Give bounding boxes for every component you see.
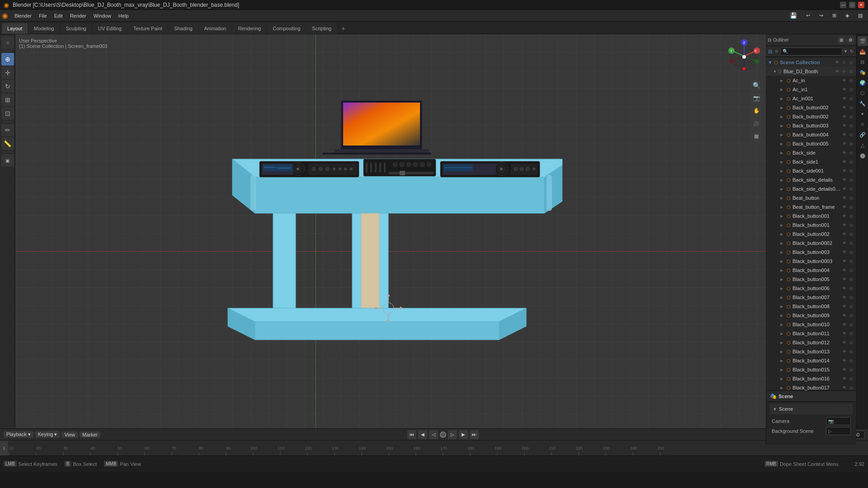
data-icon[interactable]: △ [858, 140, 868, 150]
vis-btn[interactable]: 👁 [841, 258, 847, 264]
particles-icon[interactable]: ✦ [858, 109, 868, 119]
tree-item-black_button004[interactable]: ▶⬡Black_button004👁◎ [766, 266, 856, 275]
tree-item-back_side_details002[interactable]: ▶⬡Back_side_details002👁◎ [766, 184, 856, 193]
tree-item-black_button002[interactable]: ▶⬡Black_button002👁◎ [766, 230, 856, 239]
vis-btn[interactable]: 👁 [841, 131, 847, 138]
render-btn[interactable]: ◎ [848, 150, 854, 156]
vis-btn[interactable]: 👁 [841, 122, 847, 129]
render-btn[interactable]: ◎ [848, 231, 854, 237]
tree-item-back_button003[interactable]: ▶⬡Back_button003👁◎ [766, 121, 856, 130]
constraints-icon[interactable]: 🔗 [858, 130, 868, 140]
tree-item-black_button007[interactable]: ▶⬡Black_button007👁◎ [766, 293, 856, 302]
minimize-button[interactable]: — [840, 2, 846, 8]
tree-item-back_side[interactable]: ▶⬡Back_side👁◎ [766, 148, 856, 157]
jump-end-btn[interactable]: ⏭ [470, 430, 479, 439]
camera-value[interactable]: 📷 [826, 417, 851, 425]
output-props-icon[interactable]: 📤 [858, 47, 868, 56]
tree-item-back_side1[interactable]: ▶⬡Back_side1👁◎ [766, 157, 856, 166]
vis-btn[interactable]: 👁 [841, 312, 847, 319]
jump-start-btn[interactable]: ⏮ [407, 430, 416, 439]
vis-btn[interactable]: 👁 [841, 213, 847, 219]
render-props-icon[interactable]: 🎬 [858, 36, 868, 46]
render-btn[interactable]: ◎ [848, 321, 854, 328]
render-btn[interactable]: ◎ [848, 222, 854, 228]
playback-btn[interactable]: Playback ▾ [4, 431, 33, 438]
menu-blender[interactable]: Blender [11, 11, 35, 20]
theme-icon[interactable]: ◈ [842, 11, 853, 20]
play-reverse-btn[interactable]: ◁ [429, 430, 438, 439]
render-btn[interactable]: ◎ [848, 213, 854, 219]
play-btn[interactable]: ▷ [448, 430, 457, 439]
vis-btn[interactable]: 👁 [841, 366, 847, 373]
tree-item-black_button014[interactable]: ▶⬡Black_button014👁◎ [766, 356, 856, 365]
tab-scripting[interactable]: Scripting [307, 23, 337, 34]
outliner-settings-btn[interactable]: ⚙ [846, 36, 854, 44]
render-icon[interactable]: ◎ [848, 59, 854, 66]
sidebar-toggle-icon[interactable]: ▤ [854, 11, 866, 20]
render-btn[interactable]: ◎ [848, 294, 854, 300]
render-btn[interactable]: ◎ [848, 159, 854, 165]
vis-btn[interactable]: 👁 [841, 321, 847, 328]
scene-content[interactable] [15, 34, 766, 428]
world-props-icon[interactable]: 🌍 [858, 78, 868, 88]
tree-item-black_button010[interactable]: ▶⬡Black_button010👁◎ [766, 320, 856, 329]
close-button[interactable]: ✕ [858, 2, 864, 8]
render-btn[interactable]: ◎ [848, 186, 854, 192]
tree-item-ac_in[interactable]: ▶⬡Ac_in👁◎ [766, 76, 856, 85]
vis-btn[interactable]: 👁 [841, 231, 847, 237]
render-btn[interactable]: ◎ [848, 267, 854, 273]
tree-item-ac_in1[interactable]: ▶⬡Ac_in1👁◎ [766, 85, 856, 94]
vis-btn[interactable]: 👁 [841, 294, 847, 300]
filter-icon[interactable]: ▤ [768, 48, 773, 55]
tab-animation[interactable]: Animation [199, 23, 232, 34]
render-btn[interactable]: ◎ [848, 131, 854, 138]
undo-icon[interactable]: ↩ [802, 11, 814, 20]
tab-shading[interactable]: Shading [169, 23, 198, 34]
keying-btn[interactable]: Keying ▾ [35, 431, 60, 438]
zoom-camera-gizmo[interactable]: 📷 [750, 92, 762, 104]
render-btn[interactable]: ◎ [848, 77, 854, 84]
render-btn[interactable]: ◎ [848, 104, 854, 111]
tree-item-ac_in001[interactable]: ▶⬡Ac_in001👁◎ [766, 94, 856, 103]
render-btn[interactable]: ◎ [848, 276, 854, 282]
tab-compositing[interactable]: Compositing [267, 23, 306, 34]
vis-btn[interactable]: 👁 [841, 141, 847, 147]
tab-texture-paint[interactable]: Texture Paint [128, 23, 168, 34]
tree-item-black_button006[interactable]: ▶⬡Black_button006👁◎ [766, 284, 856, 293]
pan-gizmo[interactable]: ✋ [750, 105, 762, 117]
tree-item-black_button009[interactable]: ▶⬡Black_button009👁◎ [766, 311, 856, 320]
vis-btn[interactable]: 👁 [841, 150, 847, 156]
vis-btn[interactable]: 👁 [841, 168, 847, 174]
tree-item-back_button002[interactable]: ▶⬡Back_button002👁◎ [766, 112, 856, 121]
tool-add[interactable]: ▣ [1, 154, 14, 167]
render-btn[interactable]: ◎ [848, 204, 854, 210]
outliner-filter-btn[interactable]: ⊞ [837, 36, 845, 44]
tree-blue-dj-booth[interactable]: ▼ ⬡ Blue_DJ_Booth 👁 ⊙ ◎ [766, 67, 856, 76]
render-btn[interactable]: ◎ [848, 339, 854, 346]
redo-icon[interactable]: ↪ [816, 11, 827, 20]
render-btn[interactable]: ◎ [848, 122, 854, 129]
menu-window[interactable]: Window [90, 11, 115, 20]
vis-btn[interactable]: 👁 [841, 204, 847, 210]
vis-btn[interactable]: 👁 [841, 267, 847, 273]
mode-icon[interactable]: ⊞ [829, 11, 840, 20]
collection-view-gizmo[interactable]: ▦ [750, 130, 762, 142]
material-icon[interactable]: ⬤ [858, 150, 868, 160]
tool-scale[interactable]: ⊞ [1, 94, 14, 106]
vis-btn[interactable]: 👁 [841, 357, 847, 364]
marker-btn[interactable]: Marker [80, 432, 100, 438]
outliner-search-input[interactable] [780, 47, 842, 56]
tool-rotate[interactable]: ↻ [1, 80, 14, 93]
visibility-icon[interactable]: 👁 [834, 59, 840, 66]
vis-btn[interactable]: 👁 [841, 177, 847, 183]
vis-btn[interactable]: 👁 [841, 86, 847, 93]
next-frame-btn[interactable]: ▶ [459, 430, 468, 439]
vis-btn[interactable]: 👁 [841, 77, 847, 84]
zoom-in-gizmo[interactable]: 🔍 [750, 80, 762, 91]
tree-item-black_button016[interactable]: ▶⬡Black_button016👁◎ [766, 374, 856, 383]
render-btn[interactable]: ◎ [848, 366, 854, 373]
menu-file[interactable]: File [35, 11, 51, 20]
tree-item-beat_button[interactable]: ▶⬡Beat_button👁◎ [766, 193, 856, 202]
object-props-icon[interactable]: ⬡ [858, 88, 868, 98]
hierarchy-icon[interactable]: ≡ [774, 48, 779, 55]
